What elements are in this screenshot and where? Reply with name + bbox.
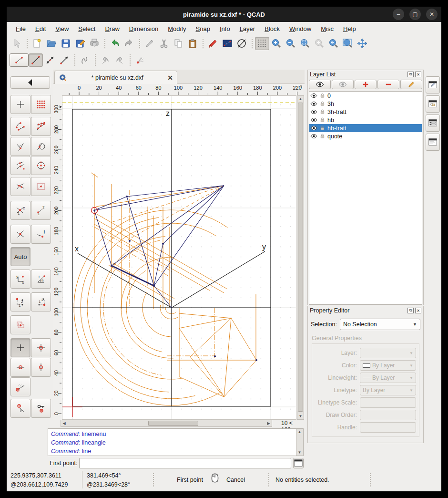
restrict-orthogonal-button[interactable] (31, 338, 51, 357)
minimize-button[interactable]: – (393, 9, 404, 20)
snap-intersection-button[interactable]: 21 (10, 201, 31, 220)
float-panel-icon[interactable]: ⧉ (407, 308, 414, 313)
menu-help[interactable]: Help (339, 24, 360, 34)
menu-draw[interactable]: Draw (101, 24, 123, 34)
vertical-scrollbar[interactable]: ▲ ▼ (297, 95, 304, 420)
snap-polyline-ref-button[interactable] (10, 315, 31, 334)
current-tool-line-button[interactable] (10, 53, 29, 67)
layer-row-3h-tratt[interactable]: 3h-tratt (309, 108, 422, 116)
menu-window[interactable]: Window (285, 24, 316, 34)
zoom-previous-button[interactable] (326, 37, 341, 50)
close-button[interactable]: ✕ (426, 9, 438, 20)
snap-free-button[interactable] (10, 95, 31, 114)
float-panel-icon[interactable]: ⧉ (407, 72, 414, 77)
snap-on-entity-button[interactable] (31, 117, 51, 136)
document-tab[interactable]: * piramide su xz.dxf ✕ (54, 71, 177, 84)
restrict-vertical-button[interactable] (31, 358, 51, 377)
coord-polar-button[interactable]: ra (31, 270, 51, 289)
tool-redo-step-button[interactable] (112, 53, 127, 67)
show-all-layers-button[interactable] (309, 80, 331, 89)
lock-relative-zero-button[interactable] (31, 399, 51, 418)
coord-cartesian-button[interactable]: yx (10, 270, 31, 289)
cut-button[interactable] (157, 37, 171, 50)
restrict-none-button[interactable] (10, 338, 31, 357)
close-panel-icon[interactable]: ✕ (415, 308, 421, 313)
pen-button[interactable] (143, 37, 157, 50)
tool-line-button[interactable] (29, 53, 43, 67)
zoom-out-button[interactable] (284, 37, 298, 50)
zoom-window-button[interactable] (341, 37, 355, 50)
eye-icon[interactable] (310, 100, 317, 107)
open-file-button[interactable] (44, 37, 59, 50)
snap-middle-button[interactable] (10, 156, 31, 175)
coord-relative-1-button[interactable]: 12 (10, 292, 31, 311)
menu-snap[interactable]: Snap (192, 24, 214, 34)
back-button[interactable] (10, 76, 50, 89)
restrict-angle-button[interactable] (10, 377, 31, 396)
layer-row-hb[interactable]: hb (309, 116, 422, 124)
selection-combo[interactable]: No Selection ▼ (340, 319, 420, 330)
menu-dimension[interactable]: Dimension (125, 24, 163, 34)
toggle-block-list-button[interactable] (426, 95, 440, 113)
horizontal-scrollbar[interactable]: ◀ ▶ (61, 420, 272, 427)
print-button[interactable] (87, 37, 102, 50)
snap-grid-button[interactable] (31, 95, 51, 114)
eye-icon[interactable] (310, 124, 317, 132)
draw-pencil-button[interactable] (206, 37, 220, 50)
snap-distance-button[interactable]: 21 (31, 201, 51, 220)
tool-line-arrow-button[interactable] (57, 53, 71, 67)
auto-button[interactable]: Auto (10, 247, 31, 266)
layer-row-hb-tratt[interactable]: hb-tratt (309, 124, 422, 132)
new-file-button[interactable] (30, 37, 44, 50)
undo-button[interactable] (108, 37, 122, 50)
tool-line-arrows-button[interactable] (43, 53, 57, 67)
eye-icon[interactable] (310, 108, 317, 115)
command-input[interactable] (79, 458, 291, 468)
selection-tool-button[interactable] (220, 37, 234, 50)
snap-endpoints-button[interactable] (10, 117, 31, 136)
layer-row-3h[interactable]: 3h (309, 100, 422, 108)
menu-select[interactable]: Select (74, 24, 100, 34)
lock-icon[interactable] (319, 125, 326, 131)
menu-modify[interactable]: Modify (163, 24, 190, 34)
eye-icon[interactable] (310, 116, 317, 124)
edit-layer-button[interactable] (400, 80, 422, 89)
copy-button[interactable] (171, 37, 185, 50)
scroll-down-icon[interactable]: ▼ (296, 449, 303, 456)
snap-auto-intersection-button[interactable] (10, 177, 31, 196)
lock-icon[interactable] (319, 101, 326, 107)
tool-angle-rays-button[interactable] (133, 53, 147, 67)
menu-file[interactable]: File (11, 24, 30, 34)
pan-button[interactable] (355, 37, 369, 50)
vscroll-thumb[interactable] (298, 103, 303, 412)
scroll-down-icon[interactable]: ▼ (297, 413, 304, 419)
command-scrollbar[interactable]: ▲ ▼ (296, 429, 303, 456)
save-file-button[interactable] (59, 37, 73, 50)
close-panel-icon[interactable]: ✕ (415, 72, 421, 77)
coord-relative-2-button[interactable]: 12 (31, 292, 51, 311)
save-as-button[interactable] (73, 37, 87, 50)
scroll-up-icon[interactable]: ▲ (296, 429, 303, 435)
layer-row-0[interactable]: 0 (309, 92, 422, 100)
maximize-button[interactable]: ▢ (409, 9, 421, 20)
menu-edit[interactable]: Edit (31, 24, 50, 34)
menu-block[interactable]: Block (260, 24, 284, 34)
lock-icon[interactable] (319, 117, 326, 123)
menu-view[interactable]: View (51, 24, 73, 34)
toggle-property-editor-button[interactable] (426, 76, 440, 93)
menu-layer[interactable]: Layer (235, 24, 260, 34)
redo-button[interactable] (122, 37, 136, 50)
lock-icon[interactable] (319, 93, 326, 99)
add-layer-button[interactable] (355, 80, 377, 89)
tab-close-icon[interactable]: ✕ (167, 74, 173, 82)
scroll-right-icon[interactable]: ▶ (265, 420, 272, 426)
drawing-canvas[interactable]: zxy (62, 95, 296, 420)
snap-reference-button[interactable] (31, 177, 51, 196)
snap-tangent-button[interactable] (31, 137, 51, 156)
restrict-horizontal-button[interactable] (10, 358, 31, 377)
zoom-in-button[interactable] (269, 37, 284, 50)
tool-freehand-button[interactable] (78, 53, 92, 67)
lock-icon[interactable] (319, 109, 326, 115)
grid-toggle-button[interactable] (255, 37, 269, 50)
tool-undo-step-button[interactable] (98, 53, 112, 67)
